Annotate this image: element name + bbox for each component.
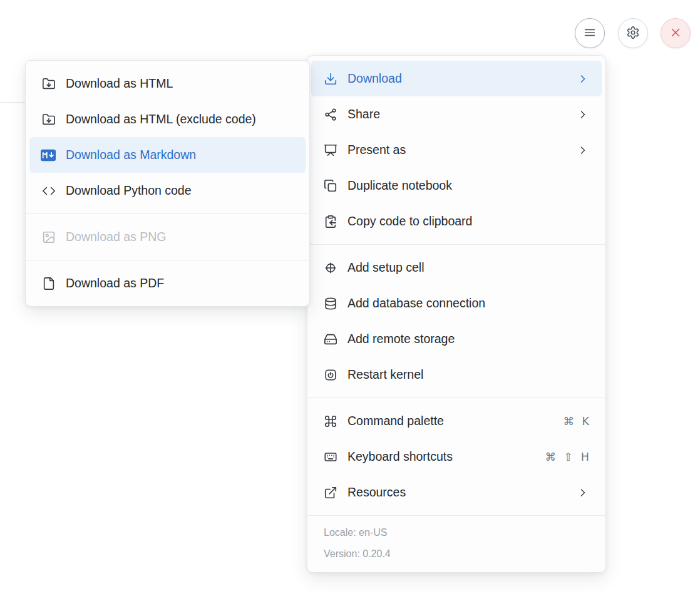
settings-button[interactable] (618, 18, 648, 48)
menu-item-download-as-png: Download as PNG (29, 219, 306, 255)
menu-item-duplicate-notebook[interactable]: Duplicate notebook (311, 168, 602, 203)
menu-item-label: Download as Markdown (66, 148, 293, 162)
hamburger-menu-icon (583, 26, 597, 41)
database-icon (324, 297, 337, 311)
page-edge-divider (0, 102, 25, 103)
close-icon (669, 26, 682, 41)
menu-item-share[interactable]: Share (311, 96, 602, 132)
menu-item-keyboard-shortcuts[interactable]: Keyboard shortcuts⌘ ⇧ H (311, 439, 602, 475)
menu-sections: Download as HTMLDownload as HTML (exclud… (26, 66, 309, 301)
menu-divider (26, 260, 309, 260)
menu-item-download[interactable]: Download (311, 61, 602, 96)
image-icon (42, 230, 56, 244)
menu-item-label: Download (347, 71, 567, 86)
version-text: Version: 0.20.4 (324, 543, 589, 565)
menu-item-download-as-html-exclude-code[interactable]: Download as HTML (exclude code) (29, 101, 306, 137)
menu-item-resources[interactable]: Resources (311, 475, 602, 510)
folder-down-icon (42, 113, 56, 126)
notebook-actions-button[interactable] (575, 18, 605, 48)
plus-circle-icon (324, 261, 337, 275)
download-icon (324, 72, 337, 86)
notebook-menu: DownloadSharePresent asDuplicate noteboo… (307, 55, 606, 573)
download-submenu: Download as HTMLDownload as HTML (exclud… (25, 60, 310, 307)
menu-divider (307, 398, 605, 398)
duplicate-icon (324, 179, 337, 193)
close-button[interactable] (661, 18, 691, 48)
command-icon (324, 414, 337, 428)
folder-down-icon (42, 77, 56, 91)
menu-item-label: Download as HTML (exclude code) (66, 112, 293, 126)
menu-item-label: Add remote storage (347, 332, 589, 346)
menu-item-label: Download as HTML (66, 76, 293, 91)
markdown-icon (42, 148, 56, 162)
menu-item-download-as-markdown[interactable]: Download as Markdown (29, 137, 306, 173)
share-icon (324, 108, 337, 121)
file-icon (42, 277, 56, 290)
menu-item-label: Resources (347, 485, 567, 500)
chevron-right-icon (577, 108, 589, 121)
code-icon (42, 184, 56, 198)
menu-sections: DownloadSharePresent asDuplicate noteboo… (307, 61, 605, 510)
menu-item-label: Command palette (347, 414, 553, 428)
menu-item-present-as[interactable]: Present as (311, 132, 602, 168)
menu-item-add-remote-storage[interactable]: Add remote storage (311, 321, 602, 357)
menu-divider (26, 213, 309, 214)
shortcut-hint: ⌘ K (563, 415, 589, 428)
menu-item-label: Copy code to clipboard (347, 214, 589, 228)
shortcut-hint: ⌘ ⇧ H (545, 451, 589, 463)
menu-item-copy-code-to-clipboard[interactable]: Copy code to clipboard (311, 203, 602, 239)
menu-item-command-palette[interactable]: Command palette⌘ K (311, 403, 602, 439)
menu-item-label: Add setup cell (347, 260, 589, 275)
menu-item-label: Duplicate notebook (347, 178, 589, 193)
menu-divider (307, 244, 605, 245)
chevron-right-icon (577, 73, 589, 85)
menu-item-restart-kernel[interactable]: Restart kernel (311, 357, 602, 393)
menu-item-label: Download as PNG (66, 230, 293, 244)
menu-item-download-as-pdf[interactable]: Download as PDF (29, 265, 306, 301)
menu-item-label: Share (347, 107, 567, 121)
gear-icon (626, 26, 640, 41)
menu-item-download-as-html[interactable]: Download as HTML (29, 66, 306, 101)
menu-item-label: Present as (347, 143, 567, 157)
chevron-right-icon (577, 144, 589, 157)
menu-item-label: Restart kernel (347, 367, 589, 382)
menu-item-add-database-connection[interactable]: Add database connection (311, 285, 602, 321)
hard-drive-icon (324, 332, 337, 346)
menu-item-label: Download Python code (66, 183, 293, 198)
menu-item-label: Add database connection (347, 296, 589, 311)
power-square-icon (324, 368, 337, 382)
locale-text: Locale: en-US (324, 522, 589, 543)
external-link-icon (324, 486, 337, 500)
keyboard-icon (324, 450, 337, 464)
menu-item-add-setup-cell[interactable]: Add setup cell (311, 250, 602, 285)
menu-item-download-python-code[interactable]: Download Python code (29, 173, 306, 208)
menu-footer: Locale: en-US Version: 0.20.4 (307, 515, 605, 567)
clipboard-copy-icon (324, 215, 337, 228)
menu-item-label: Keyboard shortcuts (347, 449, 535, 464)
menu-item-label: Download as PDF (66, 276, 293, 290)
presentation-icon (324, 143, 337, 157)
chevron-right-icon (577, 486, 589, 499)
